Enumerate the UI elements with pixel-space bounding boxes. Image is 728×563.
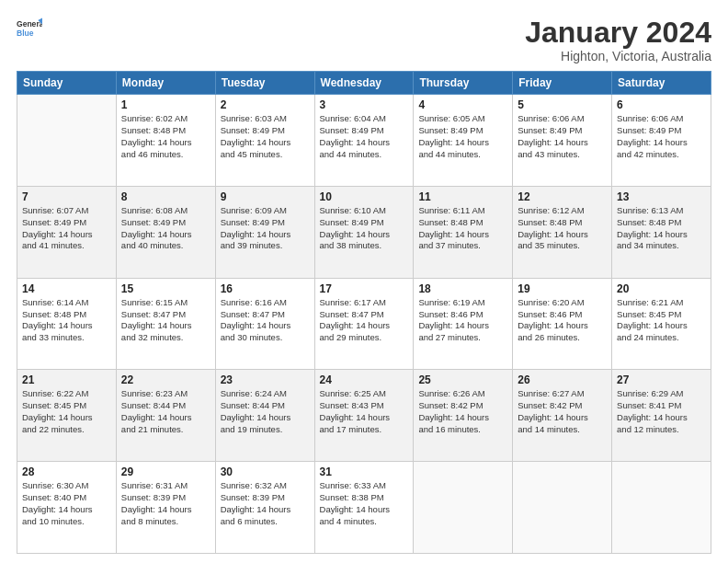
day-number: 23 xyxy=(221,373,310,386)
calendar-cell: 18Sunrise: 6:19 AM Sunset: 8:46 PM Dayli… xyxy=(414,278,513,370)
day-info: Sunrise: 6:15 AM Sunset: 8:47 PM Dayligh… xyxy=(121,297,210,344)
calendar-cell xyxy=(513,462,612,554)
day-info: Sunrise: 6:16 AM Sunset: 8:47 PM Dayligh… xyxy=(221,297,310,344)
day-number: 13 xyxy=(617,190,706,203)
day-info: Sunrise: 6:30 AM Sunset: 8:40 PM Dayligh… xyxy=(22,480,111,527)
calendar-cell: 10Sunrise: 6:10 AM Sunset: 8:49 PM Dayli… xyxy=(314,186,414,278)
day-info: Sunrise: 6:17 AM Sunset: 8:47 PM Dayligh… xyxy=(320,297,409,344)
calendar-cell: 31Sunrise: 6:33 AM Sunset: 8:38 PM Dayli… xyxy=(314,462,414,554)
day-info: Sunrise: 6:04 AM Sunset: 8:49 PM Dayligh… xyxy=(320,113,409,160)
calendar-cell: 24Sunrise: 6:25 AM Sunset: 8:43 PM Dayli… xyxy=(314,370,414,462)
calendar-cell xyxy=(612,462,711,554)
header-cell-tuesday: Tuesday xyxy=(215,72,314,95)
day-info: Sunrise: 6:19 AM Sunset: 8:46 PM Dayligh… xyxy=(418,297,507,344)
day-number: 10 xyxy=(320,190,409,203)
calendar-cell: 12Sunrise: 6:12 AM Sunset: 8:48 PM Dayli… xyxy=(513,186,612,278)
page: General Blue January 2024 Highton, Victo… xyxy=(0,0,728,563)
calendar-cell: 21Sunrise: 6:22 AM Sunset: 8:45 PM Dayli… xyxy=(17,370,117,462)
day-number: 27 xyxy=(617,373,706,386)
day-info: Sunrise: 6:31 AM Sunset: 8:39 PM Dayligh… xyxy=(121,480,210,527)
day-number: 15 xyxy=(121,282,210,295)
day-number: 17 xyxy=(320,282,409,295)
header: General Blue January 2024 Highton, Victo… xyxy=(17,17,711,63)
day-number: 29 xyxy=(121,465,210,478)
week-row-4: 21Sunrise: 6:22 AM Sunset: 8:45 PM Dayli… xyxy=(17,370,711,462)
day-info: Sunrise: 6:25 AM Sunset: 8:43 PM Dayligh… xyxy=(320,388,409,435)
calendar-cell: 19Sunrise: 6:20 AM Sunset: 8:46 PM Dayli… xyxy=(513,278,612,370)
header-cell-friday: Friday xyxy=(513,72,612,95)
header-cell-monday: Monday xyxy=(116,72,215,95)
day-number: 3 xyxy=(320,98,409,111)
svg-text:Blue: Blue xyxy=(17,29,34,38)
day-info: Sunrise: 6:07 AM Sunset: 8:49 PM Dayligh… xyxy=(22,205,111,252)
day-number: 6 xyxy=(617,98,706,111)
day-number: 25 xyxy=(418,373,507,386)
subtitle: Highton, Victoria, Australia xyxy=(525,49,711,63)
calendar-cell: 1Sunrise: 6:02 AM Sunset: 8:48 PM Daylig… xyxy=(116,95,215,187)
day-number: 8 xyxy=(121,190,210,203)
calendar-cell: 6Sunrise: 6:06 AM Sunset: 8:49 PM Daylig… xyxy=(612,95,711,187)
day-info: Sunrise: 6:03 AM Sunset: 8:49 PM Dayligh… xyxy=(221,113,310,160)
day-info: Sunrise: 6:05 AM Sunset: 8:49 PM Dayligh… xyxy=(418,113,507,160)
day-info: Sunrise: 6:29 AM Sunset: 8:41 PM Dayligh… xyxy=(617,388,706,435)
day-info: Sunrise: 6:14 AM Sunset: 8:48 PM Dayligh… xyxy=(22,297,111,344)
day-info: Sunrise: 6:33 AM Sunset: 8:38 PM Dayligh… xyxy=(320,480,409,527)
logo: General Blue xyxy=(17,17,42,42)
day-info: Sunrise: 6:24 AM Sunset: 8:44 PM Dayligh… xyxy=(221,388,310,435)
day-info: Sunrise: 6:12 AM Sunset: 8:48 PM Dayligh… xyxy=(518,205,607,252)
day-number: 18 xyxy=(418,282,507,295)
day-number: 7 xyxy=(22,190,111,203)
title-block: January 2024 Highton, Victoria, Australi… xyxy=(525,17,711,63)
day-info: Sunrise: 6:27 AM Sunset: 8:42 PM Dayligh… xyxy=(518,388,607,435)
calendar-cell: 13Sunrise: 6:13 AM Sunset: 8:48 PM Dayli… xyxy=(612,186,711,278)
svg-text:General: General xyxy=(17,19,42,29)
calendar-cell: 23Sunrise: 6:24 AM Sunset: 8:44 PM Dayli… xyxy=(215,370,314,462)
header-cell-thursday: Thursday xyxy=(414,72,513,95)
calendar-cell: 5Sunrise: 6:06 AM Sunset: 8:49 PM Daylig… xyxy=(513,95,612,187)
day-number: 21 xyxy=(22,373,111,386)
day-number: 28 xyxy=(22,465,111,478)
logo-icon: General Blue xyxy=(17,17,42,42)
calendar-cell: 3Sunrise: 6:04 AM Sunset: 8:49 PM Daylig… xyxy=(314,95,414,187)
calendar-cell: 30Sunrise: 6:32 AM Sunset: 8:39 PM Dayli… xyxy=(215,462,314,554)
calendar-cell: 7Sunrise: 6:07 AM Sunset: 8:49 PM Daylig… xyxy=(17,186,117,278)
header-cell-sunday: Sunday xyxy=(17,72,117,95)
day-number: 14 xyxy=(22,282,111,295)
day-number: 4 xyxy=(418,98,507,111)
calendar-cell: 4Sunrise: 6:05 AM Sunset: 8:49 PM Daylig… xyxy=(414,95,513,187)
day-number: 2 xyxy=(221,98,310,111)
calendar-cell: 14Sunrise: 6:14 AM Sunset: 8:48 PM Dayli… xyxy=(17,278,117,370)
day-info: Sunrise: 6:08 AM Sunset: 8:49 PM Dayligh… xyxy=(121,205,210,252)
day-number: 5 xyxy=(518,98,607,111)
day-info: Sunrise: 6:20 AM Sunset: 8:46 PM Dayligh… xyxy=(518,297,607,344)
calendar-cell: 8Sunrise: 6:08 AM Sunset: 8:49 PM Daylig… xyxy=(116,186,215,278)
calendar-cell xyxy=(17,95,117,187)
header-row: SundayMondayTuesdayWednesdayThursdayFrid… xyxy=(17,72,711,95)
calendar-cell: 28Sunrise: 6:30 AM Sunset: 8:40 PM Dayli… xyxy=(17,462,117,554)
week-row-5: 28Sunrise: 6:30 AM Sunset: 8:40 PM Dayli… xyxy=(17,462,711,554)
day-info: Sunrise: 6:22 AM Sunset: 8:45 PM Dayligh… xyxy=(22,388,111,435)
calendar-cell: 15Sunrise: 6:15 AM Sunset: 8:47 PM Dayli… xyxy=(116,278,215,370)
calendar-cell: 29Sunrise: 6:31 AM Sunset: 8:39 PM Dayli… xyxy=(116,462,215,554)
day-number: 12 xyxy=(518,190,607,203)
day-number: 31 xyxy=(320,465,409,478)
day-number: 20 xyxy=(617,282,706,295)
day-info: Sunrise: 6:13 AM Sunset: 8:48 PM Dayligh… xyxy=(617,205,706,252)
calendar-cell: 20Sunrise: 6:21 AM Sunset: 8:45 PM Dayli… xyxy=(612,278,711,370)
day-info: Sunrise: 6:06 AM Sunset: 8:49 PM Dayligh… xyxy=(617,113,706,160)
day-number: 9 xyxy=(221,190,310,203)
week-row-2: 7Sunrise: 6:07 AM Sunset: 8:49 PM Daylig… xyxy=(17,186,711,278)
calendar-cell xyxy=(414,462,513,554)
header-cell-saturday: Saturday xyxy=(612,72,711,95)
day-info: Sunrise: 6:11 AM Sunset: 8:48 PM Dayligh… xyxy=(418,205,507,252)
calendar-cell: 27Sunrise: 6:29 AM Sunset: 8:41 PM Dayli… xyxy=(612,370,711,462)
day-info: Sunrise: 6:21 AM Sunset: 8:45 PM Dayligh… xyxy=(617,297,706,344)
calendar-cell: 26Sunrise: 6:27 AM Sunset: 8:42 PM Dayli… xyxy=(513,370,612,462)
day-info: Sunrise: 6:10 AM Sunset: 8:49 PM Dayligh… xyxy=(320,205,409,252)
day-info: Sunrise: 6:02 AM Sunset: 8:48 PM Dayligh… xyxy=(121,113,210,160)
calendar-table: SundayMondayTuesdayWednesdayThursdayFrid… xyxy=(17,71,711,554)
calendar-cell: 2Sunrise: 6:03 AM Sunset: 8:49 PM Daylig… xyxy=(215,95,314,187)
day-info: Sunrise: 6:09 AM Sunset: 8:49 PM Dayligh… xyxy=(221,205,310,252)
week-row-1: 1Sunrise: 6:02 AM Sunset: 8:48 PM Daylig… xyxy=(17,95,711,187)
day-number: 11 xyxy=(418,190,507,203)
